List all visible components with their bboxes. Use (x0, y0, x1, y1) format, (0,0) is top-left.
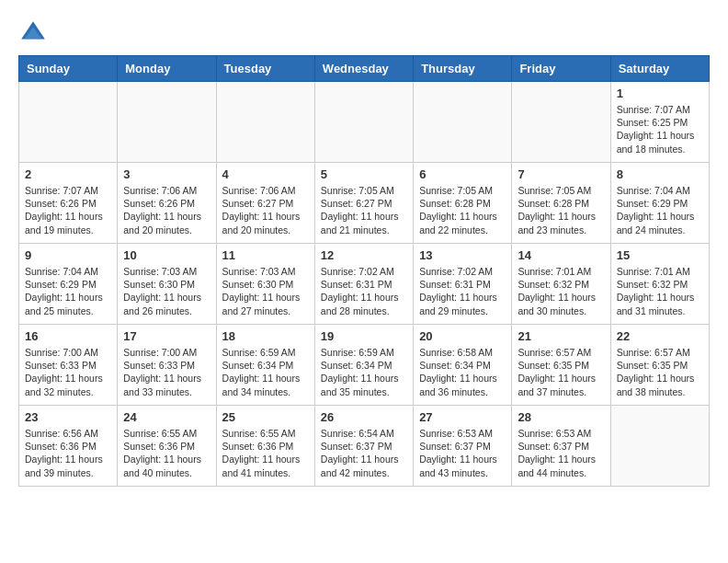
week-row-3: 9Sunrise: 7:04 AM Sunset: 6:29 PM Daylig… (19, 244, 710, 325)
calendar-cell: 5Sunrise: 7:05 AM Sunset: 6:27 PM Daylig… (314, 163, 413, 244)
day-info: Sunrise: 7:01 AM Sunset: 6:32 PM Dayligh… (518, 265, 604, 317)
calendar-cell: 16Sunrise: 7:00 AM Sunset: 6:33 PM Dayli… (19, 325, 118, 406)
calendar-cell: 4Sunrise: 7:06 AM Sunset: 6:27 PM Daylig… (216, 163, 314, 244)
day-number: 11 (222, 248, 309, 262)
day-number: 15 (617, 248, 703, 262)
day-info: Sunrise: 7:07 AM Sunset: 6:26 PM Dayligh… (25, 184, 111, 236)
day-info: Sunrise: 7:03 AM Sunset: 6:30 PM Dayligh… (123, 265, 210, 317)
calendar-cell: 18Sunrise: 6:59 AM Sunset: 6:34 PM Dayli… (216, 325, 314, 406)
weekday-header-tuesday: Tuesday (216, 56, 314, 82)
calendar-cell (19, 82, 118, 163)
day-number: 10 (123, 248, 210, 262)
weekday-header-monday: Monday (118, 56, 216, 82)
day-number: 23 (25, 410, 111, 424)
day-info: Sunrise: 6:53 AM Sunset: 6:37 PM Dayligh… (518, 427, 604, 479)
day-info: Sunrise: 7:02 AM Sunset: 6:31 PM Dayligh… (419, 265, 506, 317)
week-row-5: 23Sunrise: 6:56 AM Sunset: 6:36 PM Dayli… (19, 406, 710, 487)
day-info: Sunrise: 6:54 AM Sunset: 6:37 PM Dayligh… (321, 427, 407, 479)
day-info: Sunrise: 7:05 AM Sunset: 6:27 PM Dayligh… (321, 184, 407, 236)
day-info: Sunrise: 6:55 AM Sunset: 6:36 PM Dayligh… (222, 427, 309, 479)
day-number: 4 (222, 167, 309, 181)
day-number: 27 (419, 410, 506, 424)
day-info: Sunrise: 6:57 AM Sunset: 6:35 PM Dayligh… (617, 346, 703, 398)
calendar-cell (216, 82, 314, 163)
day-number: 9 (25, 248, 111, 262)
calendar-cell: 2Sunrise: 7:07 AM Sunset: 6:26 PM Daylig… (19, 163, 118, 244)
day-info: Sunrise: 6:59 AM Sunset: 6:34 PM Dayligh… (321, 346, 407, 398)
logo-icon (18, 18, 48, 48)
calendar-cell: 19Sunrise: 6:59 AM Sunset: 6:34 PM Dayli… (314, 325, 413, 406)
day-info: Sunrise: 7:07 AM Sunset: 6:25 PM Dayligh… (617, 103, 703, 155)
week-row-1: 1Sunrise: 7:07 AM Sunset: 6:25 PM Daylig… (19, 82, 710, 163)
day-info: Sunrise: 7:03 AM Sunset: 6:30 PM Dayligh… (222, 265, 309, 317)
day-info: Sunrise: 6:58 AM Sunset: 6:34 PM Dayligh… (419, 346, 506, 398)
day-number: 12 (321, 248, 407, 262)
day-number: 3 (123, 167, 210, 181)
weekday-header-friday: Friday (512, 56, 610, 82)
weekday-header-saturday: Saturday (610, 56, 709, 82)
calendar-cell (118, 82, 216, 163)
day-number: 8 (617, 167, 703, 181)
calendar-cell: 24Sunrise: 6:55 AM Sunset: 6:36 PM Dayli… (118, 406, 216, 487)
logo (18, 18, 51, 48)
day-info: Sunrise: 7:04 AM Sunset: 6:29 PM Dayligh… (25, 265, 111, 317)
day-info: Sunrise: 6:59 AM Sunset: 6:34 PM Dayligh… (222, 346, 309, 398)
day-info: Sunrise: 7:02 AM Sunset: 6:31 PM Dayligh… (321, 265, 407, 317)
day-number: 28 (518, 410, 604, 424)
day-number: 2 (25, 167, 111, 181)
calendar-cell: 12Sunrise: 7:02 AM Sunset: 6:31 PM Dayli… (314, 244, 413, 325)
weekday-header-wednesday: Wednesday (314, 56, 413, 82)
page-header (18, 18, 710, 48)
calendar-cell: 22Sunrise: 6:57 AM Sunset: 6:35 PM Dayli… (610, 325, 709, 406)
calendar-cell: 3Sunrise: 7:06 AM Sunset: 6:26 PM Daylig… (118, 163, 216, 244)
calendar-cell: 1Sunrise: 7:07 AM Sunset: 6:25 PM Daylig… (610, 82, 709, 163)
day-number: 25 (222, 410, 309, 424)
day-number: 19 (321, 329, 407, 343)
calendar-table: SundayMondayTuesdayWednesdayThursdayFrid… (18, 55, 710, 487)
week-row-2: 2Sunrise: 7:07 AM Sunset: 6:26 PM Daylig… (19, 163, 710, 244)
day-number: 6 (419, 167, 506, 181)
day-info: Sunrise: 7:00 AM Sunset: 6:33 PM Dayligh… (25, 346, 111, 398)
day-number: 20 (419, 329, 506, 343)
calendar-cell: 11Sunrise: 7:03 AM Sunset: 6:30 PM Dayli… (216, 244, 314, 325)
day-info: Sunrise: 7:00 AM Sunset: 6:33 PM Dayligh… (123, 346, 210, 398)
day-number: 17 (123, 329, 210, 343)
calendar-cell: 13Sunrise: 7:02 AM Sunset: 6:31 PM Dayli… (414, 244, 512, 325)
day-info: Sunrise: 7:04 AM Sunset: 6:29 PM Dayligh… (617, 184, 703, 236)
calendar-cell: 17Sunrise: 7:00 AM Sunset: 6:33 PM Dayli… (118, 325, 216, 406)
day-number: 26 (321, 410, 407, 424)
calendar-cell: 15Sunrise: 7:01 AM Sunset: 6:32 PM Dayli… (610, 244, 709, 325)
day-info: Sunrise: 6:56 AM Sunset: 6:36 PM Dayligh… (25, 427, 111, 479)
day-number: 13 (419, 248, 506, 262)
calendar-cell (512, 82, 610, 163)
calendar-cell: 21Sunrise: 6:57 AM Sunset: 6:35 PM Dayli… (512, 325, 610, 406)
day-info: Sunrise: 7:05 AM Sunset: 6:28 PM Dayligh… (518, 184, 604, 236)
calendar-cell: 28Sunrise: 6:53 AM Sunset: 6:37 PM Dayli… (512, 406, 610, 487)
day-number: 7 (518, 167, 604, 181)
calendar-cell: 9Sunrise: 7:04 AM Sunset: 6:29 PM Daylig… (19, 244, 118, 325)
weekday-header-sunday: Sunday (19, 56, 118, 82)
day-info: Sunrise: 6:55 AM Sunset: 6:36 PM Dayligh… (123, 427, 210, 479)
day-number: 14 (518, 248, 604, 262)
day-number: 24 (123, 410, 210, 424)
calendar-cell: 14Sunrise: 7:01 AM Sunset: 6:32 PM Dayli… (512, 244, 610, 325)
day-info: Sunrise: 6:53 AM Sunset: 6:37 PM Dayligh… (419, 427, 506, 479)
calendar-cell: 10Sunrise: 7:03 AM Sunset: 6:30 PM Dayli… (118, 244, 216, 325)
day-info: Sunrise: 7:05 AM Sunset: 6:28 PM Dayligh… (419, 184, 506, 236)
calendar-cell: 20Sunrise: 6:58 AM Sunset: 6:34 PM Dayli… (414, 325, 512, 406)
calendar-cell: 25Sunrise: 6:55 AM Sunset: 6:36 PM Dayli… (216, 406, 314, 487)
weekday-header-row: SundayMondayTuesdayWednesdayThursdayFrid… (19, 56, 710, 82)
calendar-cell: 27Sunrise: 6:53 AM Sunset: 6:37 PM Dayli… (414, 406, 512, 487)
day-number: 1 (617, 86, 703, 100)
calendar-cell (414, 82, 512, 163)
calendar-cell: 6Sunrise: 7:05 AM Sunset: 6:28 PM Daylig… (414, 163, 512, 244)
calendar-cell: 8Sunrise: 7:04 AM Sunset: 6:29 PM Daylig… (610, 163, 709, 244)
calendar-cell (314, 82, 413, 163)
calendar-cell (610, 406, 709, 487)
day-number: 21 (518, 329, 604, 343)
day-info: Sunrise: 7:06 AM Sunset: 6:27 PM Dayligh… (222, 184, 309, 236)
day-info: Sunrise: 7:06 AM Sunset: 6:26 PM Dayligh… (123, 184, 210, 236)
weekday-header-thursday: Thursday (414, 56, 512, 82)
day-number: 5 (321, 167, 407, 181)
day-number: 22 (617, 329, 703, 343)
